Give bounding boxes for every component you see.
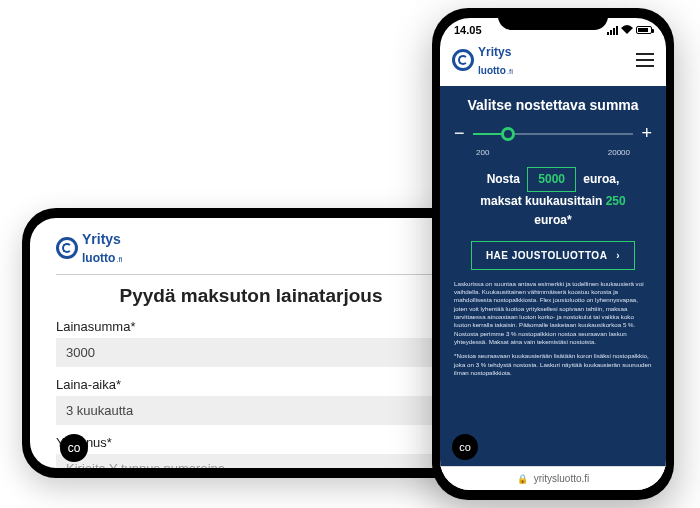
signal-icon	[607, 26, 618, 35]
panel-heading: Valitse nostettava summa	[454, 97, 652, 113]
chevron-right-icon: ›	[616, 250, 620, 261]
summary-monthly: 250	[606, 194, 626, 208]
plus-button[interactable]: +	[641, 123, 652, 144]
brand-suffix: .fi	[116, 255, 122, 264]
brand-line2: luotto	[478, 65, 506, 76]
slider-min: 200	[476, 148, 489, 157]
browser-urlbar[interactable]: 🔒 yritysluotto.fi	[440, 466, 666, 490]
amount-slider: − +	[454, 123, 652, 144]
brand-line2: luotto	[82, 251, 115, 265]
brand-suffix: .fi	[507, 67, 513, 76]
brand-logo: Yritys luotto.fi	[56, 230, 446, 266]
phone-landscape: Yritys luotto.fi Pyydä maksuton lainatar…	[22, 208, 474, 478]
divider	[56, 274, 446, 275]
slider-knob[interactable]	[501, 127, 515, 141]
amount-label: Lainasumma*	[56, 319, 446, 334]
fineprint: Laskurissa on suuntaa antava esimerkki j…	[454, 280, 652, 378]
apply-button[interactable]: HAE JOUSTOLUOTTOA ›	[471, 241, 635, 270]
summary-text: Nosta 5000 euroa, maksat kuukausittain 2…	[454, 167, 652, 231]
amount-input[interactable]	[56, 338, 446, 367]
brand-line1: Yritys	[478, 45, 511, 59]
ytunnus-input[interactable]	[56, 454, 446, 468]
lock-icon: 🔒	[517, 474, 528, 484]
fineprint-1: Laskurissa on suuntaa antava esimerkki j…	[454, 280, 652, 347]
accessibility-badge-icon[interactable]: c⁠o	[452, 434, 478, 460]
calculator-panel: Valitse nostettava summa − + 200 20000 N…	[440, 87, 666, 466]
brand-line1: Yritys	[82, 231, 121, 247]
logo-spiral-icon	[56, 237, 78, 259]
url-text: yritysluotto.fi	[534, 473, 590, 484]
landscape-screen: Yritys luotto.fi Pyydä maksuton lainatar…	[30, 218, 466, 468]
summary-amount[interactable]: 5000	[527, 167, 576, 192]
status-icons	[607, 24, 652, 36]
apply-button-label: HAE JOUSTOLUOTTOA	[486, 250, 607, 261]
accessibility-badge-icon[interactable]: c⁠o	[60, 434, 88, 462]
device-notch	[498, 8, 608, 30]
slider-max: 20000	[608, 148, 630, 157]
status-time: 14.05	[454, 24, 482, 36]
summary-prefix: Nosta	[487, 172, 520, 186]
slider-track[interactable]	[473, 133, 634, 135]
term-label: Laina-aika*	[56, 377, 446, 392]
term-input[interactable]	[56, 396, 446, 425]
ytunnus-label: Y-tunnus*	[56, 435, 446, 450]
wifi-icon	[621, 24, 633, 36]
slider-range-labels: 200 20000	[454, 144, 652, 157]
portrait-screen: 14.05 Yritys luotto.fi Valitse nostettav…	[440, 18, 666, 490]
fineprint-2: *Nostoa seuraavaan kuukausierään lisätää…	[454, 352, 652, 377]
summary-after-amount: euroa,	[583, 172, 619, 186]
brand-logo: Yritys luotto.fi	[452, 42, 513, 78]
hamburger-menu-icon[interactable]	[636, 53, 654, 67]
phone-portrait: 14.05 Yritys luotto.fi Valitse nostettav…	[432, 8, 674, 500]
logo-spiral-icon	[452, 49, 474, 71]
summary-line2b: euroa*	[534, 213, 571, 227]
summary-line2a: maksat kuukausittain	[480, 194, 602, 208]
minus-button[interactable]: −	[454, 123, 465, 144]
form-heading: Pyydä maksuton lainatarjous	[56, 285, 446, 307]
app-topbar: Yritys luotto.fi	[440, 38, 666, 87]
battery-icon	[636, 26, 652, 34]
